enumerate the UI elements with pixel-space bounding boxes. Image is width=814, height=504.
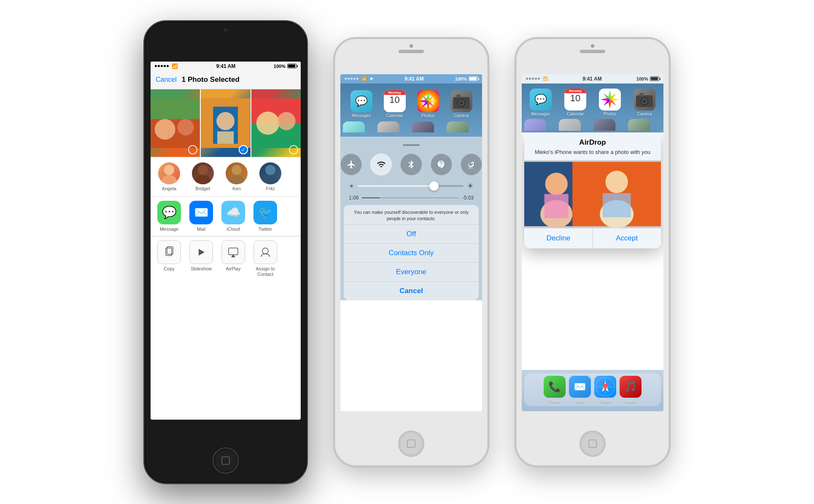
contact-name-ken: Ken (232, 186, 241, 191)
airdrop-discovery-panel: You can make yourself discoverable to ev… (344, 205, 479, 301)
copy-icon (157, 240, 181, 264)
app-photos[interactable]: Photos (412, 90, 444, 118)
airdrop-modal: AirDrop Mieko's iPhone wants to share a … (524, 132, 661, 248)
svg-point-18 (265, 165, 275, 175)
rotation-lock-toggle[interactable] (461, 154, 482, 175)
decline-button[interactable]: Decline (524, 228, 593, 248)
util-airplay[interactable]: AirPlay (218, 240, 248, 277)
airdrop-modal-photo (524, 160, 661, 228)
wifi-toggle[interactable] (370, 154, 392, 175)
mail-dock-icon: ✉️ (569, 376, 591, 398)
share-message[interactable]: 💬 Message (154, 201, 184, 232)
messages-label-3: Messages (531, 112, 550, 116)
svg-rect-61 (544, 194, 569, 218)
contact-fritz[interactable]: Fritz (255, 162, 286, 191)
svg-point-59 (605, 170, 628, 193)
svg-point-17 (229, 175, 244, 184)
svg-rect-62 (603, 193, 631, 217)
share-mail-label: Mail (197, 226, 205, 232)
share-twitter[interactable]: 🐦 Twitter (250, 201, 280, 232)
home-button-2[interactable] (398, 431, 424, 457)
app-photos-3[interactable]: Photos (593, 89, 626, 116)
home-button-3[interactable] (580, 431, 606, 457)
share-mail[interactable]: ✉️ Mail (186, 201, 216, 232)
accept-button[interactable]: Accept (593, 228, 661, 248)
app-mail-dock[interactable]: ✉️ Mail (569, 376, 591, 404)
contact-name-bridget: Bridget (196, 186, 210, 191)
photo-check-2: ✓ (239, 145, 248, 154)
share-icloud-label: iCloud (226, 226, 240, 232)
contact-ken[interactable]: Ken (221, 162, 252, 191)
util-slideshow-label: Slideshow (191, 266, 212, 272)
phone-2: 📶 ★ 9:41 AM 100% 💬 Messages (333, 37, 489, 467)
partial-icon-7 (593, 119, 615, 131)
calendar-label: Calendar (386, 113, 403, 118)
phone-dock-label: Phone (549, 399, 561, 404)
battery-icon-3 (650, 76, 659, 81)
util-copy[interactable]: Copy (154, 240, 184, 277)
brightness-slider[interactable] (358, 185, 464, 187)
contact-bridget[interactable]: Bridget (188, 162, 218, 191)
messages-label: Messages (352, 113, 371, 118)
app-phone-dock[interactable]: 📞 Phone (544, 376, 566, 404)
airdrop-discover-text: You can make yourself discoverable to ev… (344, 205, 479, 225)
partial-icon-8 (628, 119, 650, 131)
partial-icon-4 (447, 121, 469, 132)
camera-app-icon (450, 90, 472, 112)
app-camera-3[interactable]: Camera (628, 89, 661, 116)
app-safari-dock[interactable]: Safari (594, 376, 616, 404)
app-camera[interactable]: Camera (445, 90, 477, 118)
util-slideshow[interactable]: Slideshow (186, 240, 216, 277)
photo-thumb-3[interactable] (251, 89, 301, 157)
app-calendar[interactable]: Monday 10 Calendar (379, 90, 410, 118)
airdrop-everyone-option[interactable]: Everyone (344, 262, 479, 281)
svg-point-14 (198, 165, 208, 175)
status-bar-2: 📶 ★ 9:41 AM 100% (340, 74, 482, 84)
share-twitter-label: Twitter (259, 226, 272, 232)
nav-title: 1 Photo Selected (182, 75, 240, 84)
svg-point-3 (178, 119, 194, 135)
dnd-toggle[interactable] (431, 154, 452, 175)
brightness-fill (358, 185, 434, 187)
app-calendar-3[interactable]: Monday 10 Calendar (559, 89, 592, 116)
util-assign-contact[interactable]: Assign to Contact (250, 240, 280, 277)
elapsed-time: 1:06 (349, 195, 358, 201)
status-bar-1: 📶 9:41 AM 100% (151, 62, 301, 71)
photo-thumb-1[interactable] (151, 89, 200, 157)
partial-icon-2 (377, 121, 399, 132)
safari-dock-label: Safari (600, 399, 611, 404)
mail-icon: ✉️ (189, 201, 213, 224)
app-messages-3[interactable]: 💬 Messages (524, 89, 557, 116)
bluetooth-toggle[interactable] (400, 154, 422, 175)
share-icloud[interactable]: ☁️ iCloud (218, 201, 248, 232)
svg-point-2 (155, 119, 175, 140)
slideshow-icon (189, 240, 213, 264)
photo-thumb-2[interactable]: ✓ (201, 89, 250, 157)
svg-point-25 (262, 248, 268, 254)
status-signal: 📶 (155, 63, 178, 69)
home-button-1[interactable] (213, 447, 239, 474)
contact-angela[interactable]: Angela (154, 162, 184, 191)
svg-point-19 (263, 175, 278, 184)
cancel-button[interactable]: Cancel (156, 76, 177, 84)
app-music-dock[interactable]: 🎵 Music (620, 376, 641, 404)
speaker-2 (399, 50, 424, 53)
app-messages[interactable]: 💬 Messages (345, 90, 377, 118)
hs-icons-row-2-partial (524, 119, 661, 131)
message-icon: 💬 (157, 201, 181, 224)
airdrop-off-option[interactable]: Off (344, 224, 479, 243)
airplane-mode-toggle[interactable] (340, 154, 362, 175)
svg-point-11 (277, 112, 295, 130)
photo-check-3 (289, 145, 298, 154)
camera-dot-2 (410, 44, 413, 48)
airdrop-cancel-button[interactable]: Cancel (344, 281, 479, 300)
home-button-square-3 (588, 439, 597, 448)
camera-icon-3 (633, 89, 655, 111)
contact-avatar-angela (158, 162, 180, 184)
camera-dot-3 (591, 44, 594, 48)
airdrop-contacts-option[interactable]: Contacts Only (344, 243, 479, 262)
photo-grid: ✓ (151, 89, 301, 157)
photos-icon (417, 90, 439, 112)
home-screen-bg: 💬 Messages Monday 10 Calendar (340, 84, 482, 137)
control-center-overlay: ☀ ☀ 1:06 -5:03 You ca (340, 137, 482, 301)
